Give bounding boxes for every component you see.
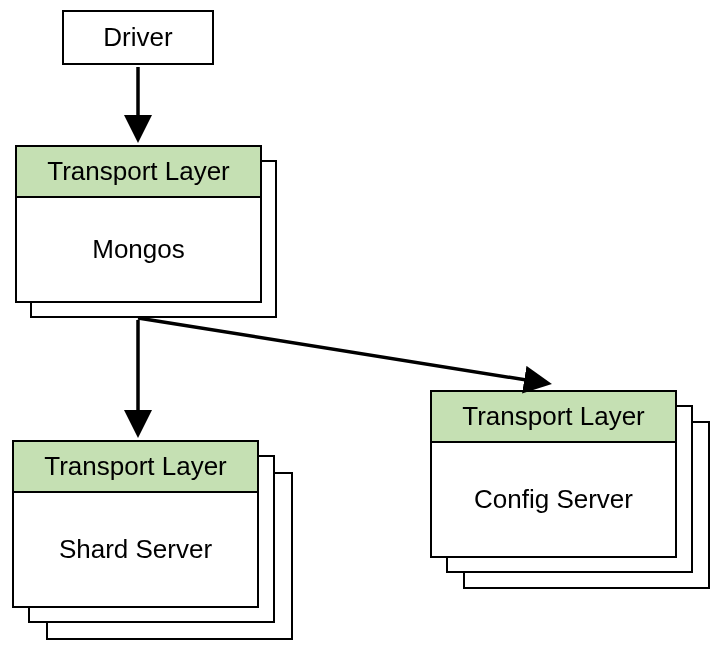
config-body: Config Server [430, 443, 677, 558]
config-body-label: Config Server [474, 484, 633, 515]
mongos-header-label: Transport Layer [47, 156, 230, 187]
mongos-body: Mongos [15, 198, 262, 303]
config-header-label: Transport Layer [462, 401, 645, 432]
mongos-body-label: Mongos [92, 234, 185, 265]
shard-header-label: Transport Layer [44, 451, 227, 482]
driver-label: Driver [103, 22, 172, 53]
mongos-header: Transport Layer [15, 145, 262, 198]
shard-body-label: Shard Server [59, 534, 212, 565]
arrow-mongos-to-config [138, 318, 545, 383]
shard-header: Transport Layer [12, 440, 259, 493]
shard-body: Shard Server [12, 493, 259, 608]
driver-box: Driver [62, 10, 214, 65]
config-header: Transport Layer [430, 390, 677, 443]
